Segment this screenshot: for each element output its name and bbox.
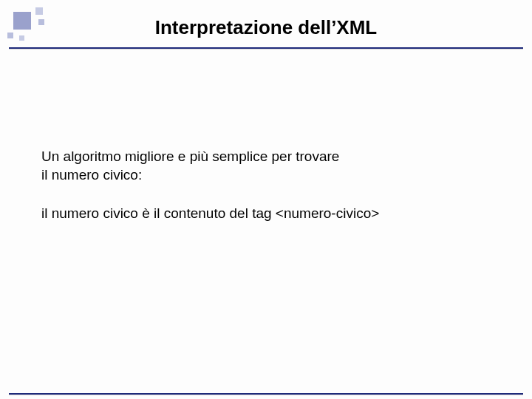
- paragraph-2: il numero civico è il contenuto del tag …: [41, 205, 502, 223]
- paragraph-1: Un algoritmo migliore e più semplice per…: [41, 148, 502, 184]
- slide-title: Interpretazione dell’XML: [0, 16, 532, 39]
- deco-square: [35, 7, 43, 15]
- p1-line2: il numero civico:: [41, 167, 142, 183]
- slide-body: Un algoritmo migliore e più semplice per…: [41, 148, 502, 223]
- p1-line1: Un algoritmo migliore e più semplice per…: [41, 149, 339, 164]
- top-rule: [9, 47, 523, 49]
- bottom-rule: [9, 393, 523, 395]
